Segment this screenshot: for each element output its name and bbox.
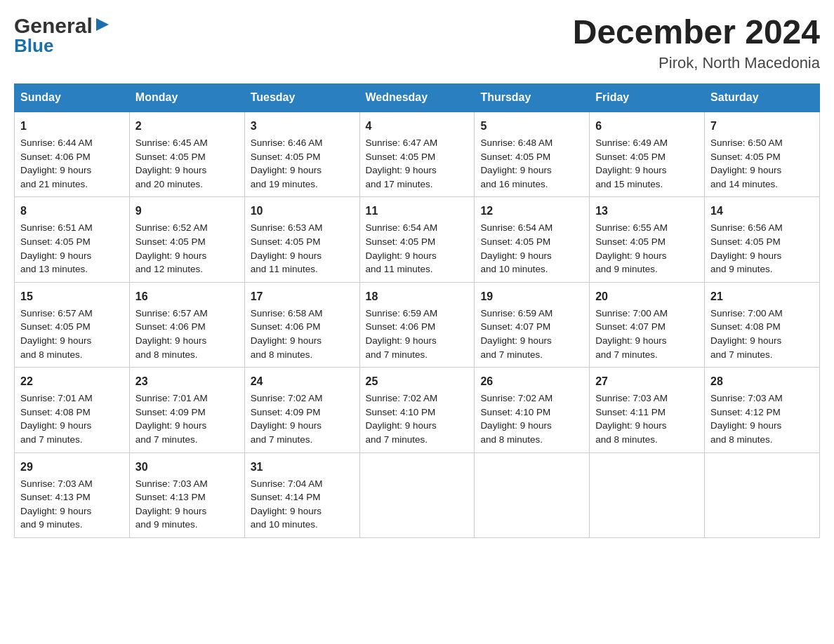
- day-info: Sunrise: 7:02 AMSunset: 4:10 PMDaylight:…: [480, 393, 552, 445]
- day-number: 1: [20, 118, 124, 134]
- day-info: Sunrise: 6:44 AMSunset: 4:06 PMDaylight:…: [20, 137, 93, 189]
- day-number: 20: [595, 288, 699, 304]
- calendar-cell: 5Sunrise: 6:48 AMSunset: 4:05 PMDaylight…: [475, 112, 590, 197]
- day-number: 26: [480, 373, 583, 389]
- calendar-cell: 8Sunrise: 6:51 AMSunset: 4:05 PMDaylight…: [15, 197, 130, 282]
- day-number: 27: [595, 373, 699, 389]
- day-info: Sunrise: 6:55 AMSunset: 4:05 PMDaylight:…: [595, 222, 668, 274]
- header-saturday: Saturday: [705, 83, 820, 112]
- day-number: 4: [366, 118, 469, 134]
- day-info: Sunrise: 6:54 AMSunset: 4:05 PMDaylight:…: [480, 222, 552, 274]
- header-friday: Friday: [590, 83, 705, 112]
- calendar-cell: 16Sunrise: 6:57 AMSunset: 4:06 PMDayligh…: [129, 282, 244, 367]
- day-number: 10: [251, 203, 354, 219]
- day-number: 17: [251, 288, 354, 304]
- day-number: 31: [251, 459, 354, 475]
- day-number: 28: [710, 373, 814, 389]
- day-number: 24: [251, 373, 354, 389]
- month-title: December 2024: [573, 14, 820, 51]
- calendar-cell: 23Sunrise: 7:01 AMSunset: 4:09 PMDayligh…: [129, 368, 244, 452]
- day-info: Sunrise: 6:48 AMSunset: 4:05 PMDaylight:…: [480, 137, 552, 189]
- header-thursday: Thursday: [475, 83, 590, 112]
- calendar-cell: 4Sunrise: 6:47 AMSunset: 4:05 PMDaylight…: [359, 112, 475, 197]
- day-info: Sunrise: 6:52 AMSunset: 4:05 PMDaylight:…: [135, 222, 208, 274]
- day-info: Sunrise: 7:02 AMSunset: 4:10 PMDaylight:…: [366, 393, 438, 445]
- day-number: 2: [135, 118, 239, 134]
- calendar-cell: 7Sunrise: 6:50 AMSunset: 4:05 PMDaylight…: [705, 112, 820, 197]
- day-number: 9: [135, 203, 239, 219]
- days-header-row: Sunday Monday Tuesday Wednesday Thursday…: [15, 83, 820, 112]
- calendar-cell: 18Sunrise: 6:59 AMSunset: 4:06 PMDayligh…: [359, 282, 475, 367]
- day-number: 29: [20, 459, 124, 475]
- calendar-cell: 15Sunrise: 6:57 AMSunset: 4:05 PMDayligh…: [15, 282, 130, 367]
- calendar-cell: [705, 452, 820, 537]
- day-info: Sunrise: 6:59 AMSunset: 4:06 PMDaylight:…: [366, 308, 438, 360]
- day-info: Sunrise: 7:03 AMSunset: 4:11 PMDaylight:…: [595, 393, 668, 445]
- day-number: 16: [135, 288, 239, 304]
- day-number: 19: [480, 288, 583, 304]
- calendar-cell: 28Sunrise: 7:03 AMSunset: 4:12 PMDayligh…: [705, 368, 820, 452]
- day-number: 22: [20, 373, 124, 389]
- day-info: Sunrise: 6:57 AMSunset: 4:05 PMDaylight:…: [20, 308, 93, 360]
- day-info: Sunrise: 6:50 AMSunset: 4:05 PMDaylight:…: [710, 137, 783, 189]
- day-info: Sunrise: 6:54 AMSunset: 4:05 PMDaylight:…: [366, 222, 438, 274]
- header-wednesday: Wednesday: [359, 83, 475, 112]
- calendar-week-row: 29Sunrise: 7:03 AMSunset: 4:13 PMDayligh…: [15, 452, 820, 537]
- day-number: 11: [366, 203, 469, 219]
- calendar-cell: 14Sunrise: 6:56 AMSunset: 4:05 PMDayligh…: [705, 197, 820, 282]
- day-info: Sunrise: 7:00 AMSunset: 4:08 PMDaylight:…: [710, 308, 783, 360]
- day-info: Sunrise: 6:57 AMSunset: 4:06 PMDaylight:…: [135, 308, 208, 360]
- day-info: Sunrise: 6:56 AMSunset: 4:05 PMDaylight:…: [710, 222, 783, 274]
- calendar-cell: [475, 452, 590, 537]
- day-info: Sunrise: 6:46 AMSunset: 4:05 PMDaylight:…: [251, 137, 323, 189]
- calendar-cell: [359, 452, 475, 537]
- calendar-cell: 27Sunrise: 7:03 AMSunset: 4:11 PMDayligh…: [590, 368, 705, 452]
- day-number: 30: [135, 459, 239, 475]
- calendar-cell: 21Sunrise: 7:00 AMSunset: 4:08 PMDayligh…: [705, 282, 820, 367]
- calendar-cell: 31Sunrise: 7:04 AMSunset: 4:14 PMDayligh…: [244, 452, 359, 537]
- day-info: Sunrise: 7:01 AMSunset: 4:08 PMDaylight:…: [20, 393, 93, 445]
- calendar-cell: 24Sunrise: 7:02 AMSunset: 4:09 PMDayligh…: [244, 368, 359, 452]
- calendar-cell: 25Sunrise: 7:02 AMSunset: 4:10 PMDayligh…: [359, 368, 475, 452]
- day-info: Sunrise: 6:45 AMSunset: 4:05 PMDaylight:…: [135, 137, 208, 189]
- calendar-cell: 13Sunrise: 6:55 AMSunset: 4:05 PMDayligh…: [590, 197, 705, 282]
- calendar-cell: 9Sunrise: 6:52 AMSunset: 4:05 PMDaylight…: [129, 197, 244, 282]
- day-number: 8: [20, 203, 124, 219]
- calendar-week-row: 1Sunrise: 6:44 AMSunset: 4:06 PMDaylight…: [15, 112, 820, 197]
- day-number: 23: [135, 373, 239, 389]
- day-number: 12: [480, 203, 583, 219]
- calendar-cell: 3Sunrise: 6:46 AMSunset: 4:05 PMDaylight…: [244, 112, 359, 197]
- day-info: Sunrise: 7:02 AMSunset: 4:09 PMDaylight:…: [251, 393, 323, 445]
- calendar-week-row: 22Sunrise: 7:01 AMSunset: 4:08 PMDayligh…: [15, 368, 820, 452]
- header-tuesday: Tuesday: [244, 83, 359, 112]
- logo-blue-text: Blue: [14, 35, 53, 56]
- day-info: Sunrise: 6:59 AMSunset: 4:07 PMDaylight:…: [480, 308, 552, 360]
- day-info: Sunrise: 7:03 AMSunset: 4:13 PMDaylight:…: [135, 478, 208, 530]
- day-info: Sunrise: 7:04 AMSunset: 4:14 PMDaylight:…: [251, 478, 323, 530]
- day-number: 18: [366, 288, 469, 304]
- calendar-cell: 26Sunrise: 7:02 AMSunset: 4:10 PMDayligh…: [475, 368, 590, 452]
- day-info: Sunrise: 7:03 AMSunset: 4:12 PMDaylight:…: [710, 393, 783, 445]
- calendar-cell: 22Sunrise: 7:01 AMSunset: 4:08 PMDayligh…: [15, 368, 130, 452]
- day-info: Sunrise: 7:00 AMSunset: 4:07 PMDaylight:…: [595, 308, 668, 360]
- calendar-week-row: 15Sunrise: 6:57 AMSunset: 4:05 PMDayligh…: [15, 282, 820, 367]
- page-header: General Blue December 2024 Pirok, North …: [14, 14, 820, 72]
- day-info: Sunrise: 6:49 AMSunset: 4:05 PMDaylight:…: [595, 137, 668, 189]
- logo: General Blue: [14, 14, 110, 57]
- header-monday: Monday: [129, 83, 244, 112]
- calendar-cell: 10Sunrise: 6:53 AMSunset: 4:05 PMDayligh…: [244, 197, 359, 282]
- day-info: Sunrise: 6:47 AMSunset: 4:05 PMDaylight:…: [366, 137, 438, 189]
- day-number: 13: [595, 203, 699, 219]
- calendar-cell: 2Sunrise: 6:45 AMSunset: 4:05 PMDaylight…: [129, 112, 244, 197]
- calendar-cell: 17Sunrise: 6:58 AMSunset: 4:06 PMDayligh…: [244, 282, 359, 367]
- calendar-cell: 6Sunrise: 6:49 AMSunset: 4:05 PMDaylight…: [590, 112, 705, 197]
- day-number: 15: [20, 288, 124, 304]
- svg-marker-0: [96, 18, 109, 31]
- calendar-cell: 20Sunrise: 7:00 AMSunset: 4:07 PMDayligh…: [590, 282, 705, 367]
- calendar-table: Sunday Monday Tuesday Wednesday Thursday…: [14, 83, 820, 538]
- day-number: 14: [710, 203, 814, 219]
- title-block: December 2024 Pirok, North Macedonia: [573, 14, 820, 72]
- calendar-cell: 19Sunrise: 6:59 AMSunset: 4:07 PMDayligh…: [475, 282, 590, 367]
- calendar-cell: 12Sunrise: 6:54 AMSunset: 4:05 PMDayligh…: [475, 197, 590, 282]
- logo-flag-icon: [95, 17, 110, 32]
